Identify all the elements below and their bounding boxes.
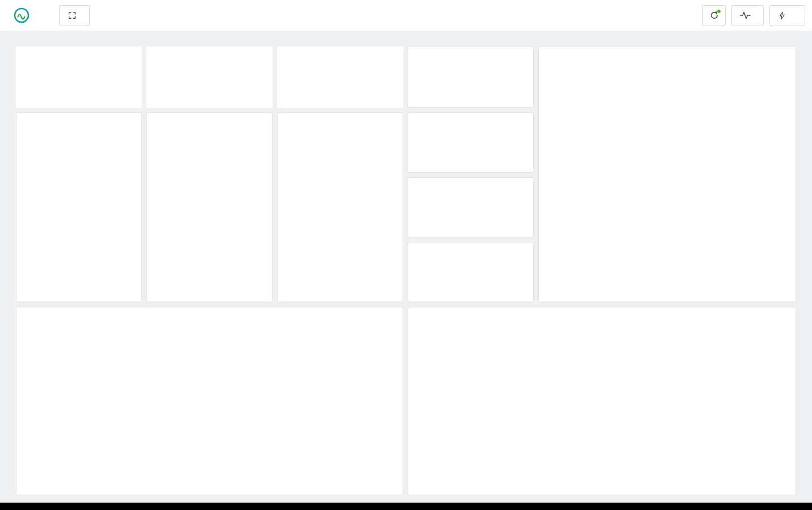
alert-exclamation-icon [513,151,525,163]
events-table [16,320,403,495]
actions-button[interactable] [769,5,805,26]
kpi-tile-silo-12c [277,112,403,302]
edit-button[interactable] [59,5,90,26]
live-icon [740,11,751,20]
alert-tile-silo-12c[interactable] [408,242,534,302]
status-tile-silo-12c-risk[interactable] [277,47,403,108]
live-button[interactable] [731,5,764,26]
refresh-button[interactable] [702,5,726,26]
dashboard-page [0,0,812,510]
alert-exclamation-icon [513,280,525,292]
edit-layout-icon [68,11,77,20]
alert-tile-silo-12a[interactable] [408,112,534,173]
refresh-status-dot [717,9,721,14]
events-tile [16,307,403,495]
alert-tiles-column [408,112,534,302]
silo-14c-tile [538,47,796,302]
trendminer-logo-icon [14,7,30,23]
kpi-tile-silo-12a [16,112,142,302]
silo-12c-res-tile [408,307,796,495]
total-events-tile[interactable] [408,47,534,108]
dashboard-grid [0,31,812,495]
topbar-actions [702,5,805,26]
status-tile-silo-12c[interactable] [16,47,142,108]
bottom-strip [0,503,812,510]
alert-exclamation-icon [513,215,525,228]
kpi-tile-silo-12b [147,112,273,302]
alert-tile-silo-12b[interactable] [408,177,534,237]
status-tile-silo-12b[interactable] [147,47,273,108]
top-bar [0,0,812,31]
lightning-bolt-icon [778,11,786,20]
trendminer-logo[interactable] [14,7,34,23]
